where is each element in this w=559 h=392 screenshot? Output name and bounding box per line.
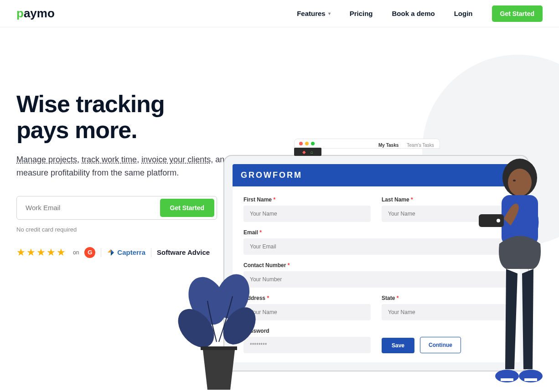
svg-point-6 (508, 169, 532, 196)
ratings-row: ★ ★ ★ ★ ★ on G Capterra Software Advice (16, 247, 235, 258)
field-contact-number: Contact Number * (243, 262, 509, 288)
required-icon: * (259, 229, 262, 236)
mockup-tabs: My Tasks Team's Tasks (378, 143, 434, 148)
capterra-logo: Capterra (107, 248, 145, 257)
link-invoice-clients[interactable]: invoice your clients (141, 155, 211, 164)
required-icon: * (288, 262, 290, 268)
plant-illustration (173, 273, 264, 392)
star-icon: ★ (47, 247, 56, 258)
svg-point-10 (497, 219, 500, 222)
work-email-input[interactable] (19, 199, 160, 217)
divider (151, 248, 151, 257)
email-signup-form: Get Started (16, 196, 217, 220)
label-first-name: First Name * (243, 196, 371, 203)
person-illustration (479, 155, 559, 392)
nav-pricing[interactable]: Pricing (350, 10, 373, 17)
g2-icon: G (84, 247, 95, 258)
nav-book-demo[interactable]: Book a demo (392, 10, 435, 17)
svg-rect-4 (201, 346, 237, 350)
link-manage-projects[interactable]: Manage projects (16, 155, 77, 164)
nav-features-label: Features (297, 10, 326, 17)
hero-title-line1: Wise tracking (16, 91, 165, 117)
no-credit-card-text: No credit card required (16, 226, 235, 233)
svg-rect-13 (501, 378, 513, 381)
form-panel: GROWFORM First Name * Last Name * Email … (233, 164, 520, 362)
header-cta-button[interactable]: Get Started (492, 5, 543, 22)
site-header: paymo Features ▾ Pricing Book a demo Log… (0, 0, 559, 27)
label-contact-number: Contact Number * (243, 262, 509, 268)
chevron-down-icon: ▾ (328, 11, 331, 16)
hero-subtitle: Manage projects, track work time, invoic… (16, 153, 235, 180)
link-track-time[interactable]: track work time (82, 155, 137, 164)
logo[interactable]: paymo (16, 6, 55, 21)
divider (101, 248, 101, 257)
form-title: GROWFORM (233, 164, 520, 186)
hero-title-line2: pays more. (16, 117, 137, 143)
required-icon: * (411, 196, 413, 203)
form-body: First Name * Last Name * Email * Contact… (233, 186, 520, 362)
capterra-arrow-icon (107, 248, 115, 257)
nav-features[interactable]: Features ▾ (297, 10, 331, 17)
nav-login[interactable]: Login (454, 10, 473, 17)
star-icon: ★ (57, 247, 66, 258)
input-contact-number[interactable] (243, 271, 509, 288)
toolbar-app-icon: ◆ (302, 150, 306, 155)
required-icon: * (273, 196, 275, 203)
field-email: Email * (243, 229, 509, 255)
tab-team-tasks: Team's Tasks (407, 143, 434, 148)
star-icon: ★ (36, 247, 46, 258)
traffic-light-minimize-icon (305, 142, 309, 145)
home-icon: ⌂ (311, 150, 313, 155)
software-advice-logo: Software Advice (157, 248, 210, 256)
save-button[interactable]: Save (382, 338, 414, 353)
hero-content: Wise tracking pays more. Manage projects… (16, 91, 235, 258)
star-rating: ★ ★ ★ ★ ★ (16, 247, 66, 258)
main-nav: Features ▾ Pricing Book a demo Login Get… (297, 5, 543, 22)
logo-text: aymo (24, 6, 55, 21)
logo-mark: p (16, 6, 24, 21)
tab-my-tasks: My Tasks (378, 143, 399, 148)
svg-point-7 (513, 180, 516, 181)
required-icon: * (267, 295, 269, 301)
input-first-name[interactable] (243, 206, 371, 222)
label-email: Email * (243, 229, 509, 236)
email-cta-button[interactable]: Get Started (160, 199, 214, 217)
traffic-light-zoom-icon (311, 142, 315, 145)
field-first-name: First Name * (243, 196, 371, 222)
hero-title: Wise tracking pays more. (16, 91, 235, 143)
capterra-label: Capterra (117, 248, 145, 256)
input-email[interactable] (243, 238, 509, 255)
svg-rect-14 (524, 378, 537, 381)
star-icon: ★ (16, 247, 26, 258)
mockup-toolbar: ◆ ⌂ (294, 148, 321, 156)
continue-button[interactable]: Continue (420, 337, 461, 353)
star-icon: ★ (26, 247, 36, 258)
required-icon: * (397, 295, 399, 301)
hero-section: Wise tracking pays more. Manage projects… (0, 27, 559, 258)
traffic-light-close-icon (299, 142, 303, 145)
on-label: on (73, 249, 79, 256)
